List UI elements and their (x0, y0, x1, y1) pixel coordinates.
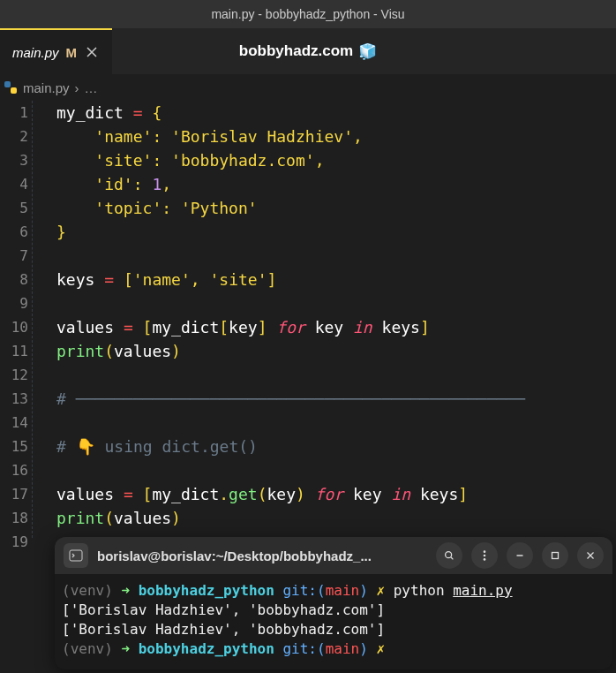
close-icon[interactable] (577, 542, 604, 569)
terminal-titlebar[interactable]: borislav@borislav:~/Desktop/bobbyhadz_..… (55, 537, 612, 574)
code-area[interactable]: my_dict = { 'name': 'Borislav Hadzhiev',… (37, 101, 616, 538)
indent-guide (32, 101, 37, 538)
close-icon[interactable] (84, 44, 100, 60)
code-line[interactable]: 'site': 'bobbyhadz.com', (56, 148, 616, 172)
terminal-line: (venv) ➜ bobbyhadz_python git:(main) ✗ p… (62, 581, 605, 601)
code-line[interactable]: # ──────────────────────────────────────… (56, 387, 616, 411)
window-title: main.py - bobbyhadz_python - Visu (211, 7, 404, 21)
terminal-title: borislav@borislav:~/Desktop/bobbyhadz_..… (97, 548, 427, 563)
code-line[interactable]: } (56, 220, 616, 244)
svg-point-6 (484, 558, 486, 561)
terminal-app-icon (64, 543, 88, 568)
watermark-text: bobbyhadz.com (239, 42, 353, 60)
code-line[interactable] (56, 363, 616, 387)
tab-filename: main.py (12, 45, 59, 60)
watermark: bobbyhadz.com 🧊 (239, 42, 377, 61)
code-line[interactable]: print(values) (56, 506, 616, 530)
line-number: 14 (0, 411, 28, 435)
code-line[interactable]: 'name': 'Borislav Hadzhiev', (56, 125, 616, 148)
ice-cube-icon: 🧊 (358, 42, 377, 61)
svg-rect-7 (552, 553, 559, 559)
line-number-gutter: 12345678910111213141516171819 (0, 101, 32, 538)
code-line[interactable]: 'id': 1, (56, 172, 616, 196)
line-number: 19 (0, 530, 28, 554)
line-number: 5 (0, 196, 28, 220)
code-line[interactable]: values = [my_dict.get(key) for key in ke… (56, 482, 616, 506)
line-number: 17 (0, 482, 28, 506)
line-number: 12 (0, 363, 28, 387)
line-number: 8 (0, 268, 28, 291)
minimize-icon[interactable] (507, 542, 533, 569)
line-number: 6 (0, 220, 28, 244)
code-line[interactable]: keys = ['name', 'site'] (56, 268, 616, 291)
line-number: 2 (0, 125, 28, 148)
python-file-icon (4, 80, 18, 95)
svg-point-3 (446, 552, 452, 558)
breadcrumb-sep: › (75, 80, 79, 95)
line-number: 4 (0, 172, 28, 196)
code-line[interactable] (56, 291, 616, 315)
breadcrumb-file: main.py (23, 80, 70, 95)
svg-rect-1 (11, 87, 17, 94)
svg-point-4 (484, 550, 486, 553)
line-number: 1 (0, 101, 28, 125)
line-number: 9 (0, 291, 28, 315)
terminal-line: (venv) ➜ bobbyhadz_python git:(main) ✗ (62, 639, 605, 659)
line-number: 15 (0, 435, 28, 458)
code-line[interactable]: 'topic': 'Python' (56, 196, 616, 220)
line-number: 10 (0, 315, 28, 339)
line-number: 13 (0, 387, 28, 411)
svg-rect-0 (4, 81, 11, 87)
code-line[interactable] (56, 244, 616, 268)
svg-point-5 (484, 555, 486, 557)
line-number: 16 (0, 458, 28, 482)
code-editor[interactable]: 12345678910111213141516171819 my_dict = … (0, 101, 616, 538)
terminal-body[interactable]: (venv) ➜ bobbyhadz_python git:(main) ✗ p… (55, 574, 612, 669)
code-line[interactable]: my_dict = { (56, 101, 616, 125)
svg-rect-2 (70, 550, 82, 561)
code-line[interactable]: # 👇 using dict.get() (56, 435, 616, 458)
breadcrumb-more: … (85, 80, 98, 95)
terminal-line: ['Borislav Hadzhiev', 'bobbyhadz.com'] (62, 601, 605, 620)
terminal-line: ['Borislav Hadzhiev', 'bobbyhadz.com'] (62, 620, 605, 639)
line-number: 18 (0, 506, 28, 530)
tab-main-py[interactable]: main.py M (0, 28, 112, 74)
line-number: 7 (0, 244, 28, 268)
search-icon[interactable] (436, 542, 462, 569)
line-number: 3 (0, 148, 28, 172)
menu-icon[interactable] (471, 542, 498, 569)
code-line[interactable] (56, 411, 616, 435)
line-number: 11 (0, 339, 28, 363)
terminal-window: borislav@borislav:~/Desktop/bobbyhadz_..… (55, 537, 612, 669)
window-titlebar: main.py - bobbyhadz_python - Visu (0, 0, 616, 28)
tab-modified-indicator: M (66, 45, 78, 60)
code-line[interactable]: print(values) (56, 339, 616, 363)
maximize-icon[interactable] (542, 542, 568, 569)
code-line[interactable]: values = [my_dict[key] for key in keys] (56, 315, 616, 339)
tab-bar: main.py M bobbyhadz.com 🧊 (0, 28, 616, 74)
code-line[interactable] (56, 458, 616, 482)
breadcrumb[interactable]: main.py › … (0, 74, 616, 101)
